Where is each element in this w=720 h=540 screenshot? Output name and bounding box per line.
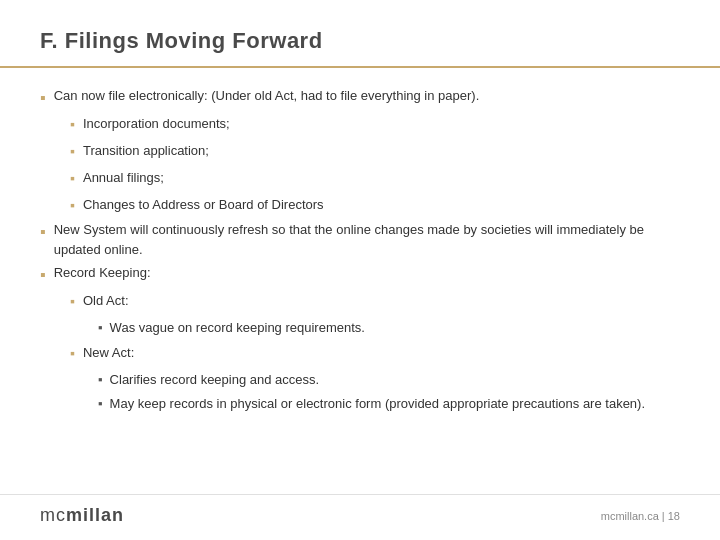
bullet-marker: ▪ xyxy=(40,220,46,244)
bullet-text: New Act: xyxy=(83,343,134,363)
bullet-new-act-detail1: ▪ Clarifies record keeping and access. xyxy=(98,370,680,390)
bullet-marker-small: ▪ xyxy=(98,318,103,338)
bullet-text: Old Act: xyxy=(83,291,129,311)
bullet-marker: ▪ xyxy=(70,343,75,364)
bullet-section3: ▪ Record Keeping: xyxy=(40,263,680,287)
bullet-text: Can now file electronically: (Under old … xyxy=(54,86,480,106)
slide-title: F. Filings Moving Forward xyxy=(40,28,680,54)
slide-content: ▪ Can now file electronically: (Under ol… xyxy=(0,68,720,494)
bullet-text: Transition application; xyxy=(83,141,209,161)
bullet-text: Record Keeping: xyxy=(54,263,151,283)
bullet-marker: ▪ xyxy=(40,86,46,110)
bullet-text: Changes to Address or Board of Directors xyxy=(83,195,324,215)
bullet-new-act-detail2: ▪ May keep records in physical or electr… xyxy=(98,394,680,414)
slide-header: F. Filings Moving Forward xyxy=(0,0,720,68)
bullet-sub4: ▪ Changes to Address or Board of Directo… xyxy=(70,195,680,216)
page-number: mcmillan.ca | 18 xyxy=(601,510,680,522)
bullet-text: May keep records in physical or electron… xyxy=(110,394,645,414)
slide-footer: mcmillan mcmillan.ca | 18 xyxy=(0,494,720,540)
logo-text: mcmillan xyxy=(40,505,124,526)
bullet-text: New System will continuously refresh so … xyxy=(54,220,680,259)
bullet-text: Clarifies record keeping and access. xyxy=(110,370,320,390)
bullet-sub2: ▪ Transition application; xyxy=(70,141,680,162)
bullet-old-act: ▪ Old Act: xyxy=(70,291,680,312)
bullet-section1: ▪ Can now file electronically: (Under ol… xyxy=(40,86,680,110)
slide: F. Filings Moving Forward ▪ Can now file… xyxy=(0,0,720,540)
bullet-marker-small: ▪ xyxy=(98,394,103,414)
bullet-marker: ▪ xyxy=(40,263,46,287)
bullet-sub3: ▪ Annual filings; xyxy=(70,168,680,189)
bullet-marker: ▪ xyxy=(70,114,75,135)
bullet-new-act: ▪ New Act: xyxy=(70,343,680,364)
bullet-marker: ▪ xyxy=(70,291,75,312)
bullet-old-act-detail: ▪ Was vague on record keeping requiremen… xyxy=(98,318,680,338)
bullet-section2: ▪ New System will continuously refresh s… xyxy=(40,220,680,259)
logo: mcmillan xyxy=(40,505,124,526)
bullet-marker: ▪ xyxy=(70,141,75,162)
bullet-text: Annual filings; xyxy=(83,168,164,188)
bullet-text: Was vague on record keeping requirements… xyxy=(110,318,365,338)
bullet-text: Incorporation documents; xyxy=(83,114,230,134)
bullet-marker-small: ▪ xyxy=(98,370,103,390)
bullet-sub1: ▪ Incorporation documents; xyxy=(70,114,680,135)
bullet-marker: ▪ xyxy=(70,168,75,189)
bullet-marker: ▪ xyxy=(70,195,75,216)
